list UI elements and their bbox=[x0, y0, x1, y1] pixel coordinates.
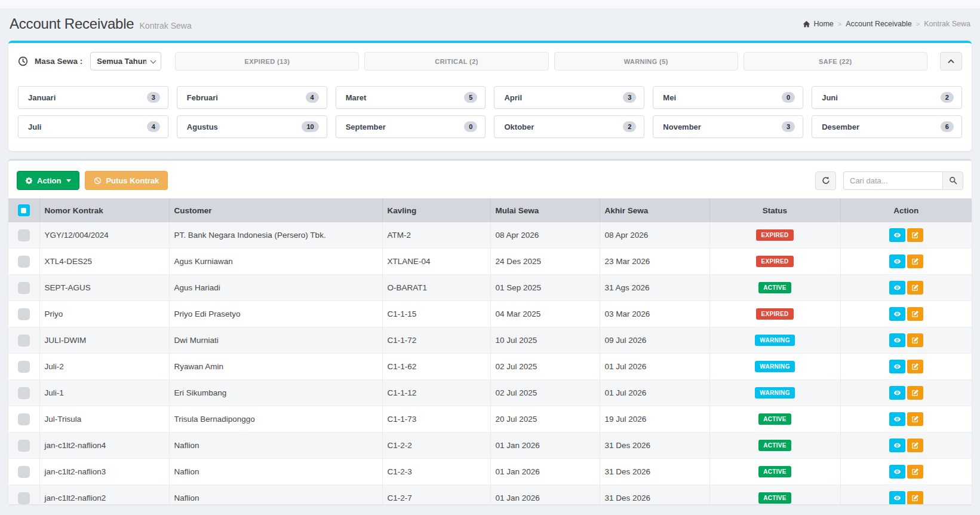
edit-button[interactable] bbox=[907, 307, 923, 321]
edit-button[interactable] bbox=[907, 439, 923, 452]
status-badge: EXPIRED bbox=[756, 229, 793, 241]
row-checkbox[interactable] bbox=[18, 229, 30, 241]
view-button[interactable] bbox=[889, 255, 905, 268]
table-row: jan-c1lt2-naflion4 Naflion C1-2-2 01 Jan… bbox=[8, 433, 972, 459]
page-header: Account Receivable Kontrak Sewa Home > A… bbox=[0, 8, 980, 41]
table-toolbar: Action Putus Kontrak bbox=[8, 161, 972, 195]
cell-customer: Eri Sikumbang bbox=[169, 380, 382, 406]
edit-button[interactable] bbox=[907, 255, 923, 268]
putus-kontrak-button[interactable]: Putus Kontrak bbox=[85, 171, 168, 190]
edit-button[interactable] bbox=[907, 465, 923, 479]
month-card[interactable]: September 0 bbox=[336, 115, 486, 138]
row-checkbox[interactable] bbox=[18, 361, 30, 373]
row-checkbox[interactable] bbox=[18, 282, 30, 294]
breadcrumb-separator: > bbox=[916, 20, 920, 27]
view-button[interactable] bbox=[889, 439, 905, 452]
table-row: jan-c1lt2-naflion2 Naflion C1-2-7 01 Jan… bbox=[8, 485, 972, 505]
column-header-mulai-sewa: Mulai Sewa bbox=[490, 198, 600, 222]
view-button[interactable] bbox=[889, 228, 905, 242]
row-checkbox[interactable] bbox=[18, 256, 30, 268]
row-checkbox[interactable] bbox=[18, 466, 30, 478]
row-checkbox[interactable] bbox=[18, 413, 30, 425]
view-button[interactable] bbox=[889, 412, 905, 426]
edit-button[interactable] bbox=[907, 386, 923, 400]
month-card[interactable]: Juni 2 bbox=[812, 86, 962, 109]
status-badge: ACTIVE bbox=[758, 413, 791, 425]
status-badge: EXPIRED bbox=[756, 308, 793, 320]
month-card[interactable]: Maret 5 bbox=[336, 86, 486, 109]
breadcrumb-account-receivable[interactable]: Account Receivable bbox=[846, 20, 911, 28]
view-button[interactable] bbox=[889, 307, 905, 321]
edit-button[interactable] bbox=[907, 412, 923, 426]
edit-icon bbox=[911, 284, 919, 292]
view-button[interactable] bbox=[889, 386, 905, 400]
month-card[interactable]: Februari 4 bbox=[177, 86, 327, 109]
cell-mulai-sewa: 04 Mar 2025 bbox=[490, 301, 600, 327]
table-row: SEPT-AGUS Agus Hariadi O-BARAT1 01 Sep 2… bbox=[8, 275, 972, 301]
edit-button[interactable] bbox=[907, 491, 923, 504]
month-card[interactable]: November 3 bbox=[653, 115, 803, 138]
eye-icon bbox=[893, 336, 901, 344]
row-actions bbox=[889, 439, 923, 452]
page-root: Account Receivable Kontrak Sewa Home > A… bbox=[0, 0, 980, 504]
filter-button-critical[interactable]: CRITICAL (2) bbox=[364, 52, 548, 70]
month-card[interactable]: Agustus 10 bbox=[177, 115, 327, 138]
cell-akhir-sewa: 23 Mar 2026 bbox=[600, 249, 709, 275]
select-all-checkbox[interactable] bbox=[18, 204, 30, 216]
cell-kavling: C1-1-72 bbox=[382, 327, 490, 354]
cell-nomor-kontrak: Priyo bbox=[39, 301, 169, 327]
breadcrumb: Home > Account Receivable > Kontrak Sewa bbox=[803, 20, 970, 28]
view-button[interactable] bbox=[889, 465, 905, 479]
view-button[interactable] bbox=[889, 281, 905, 295]
month-label: April bbox=[504, 93, 522, 102]
month-card[interactable]: April 3 bbox=[494, 86, 644, 109]
month-label: Desember bbox=[822, 122, 859, 131]
filter-card: Masa Sewa : Semua Tahun EXPIRED (13) CRI… bbox=[8, 41, 972, 151]
row-checkbox[interactable] bbox=[18, 308, 30, 320]
refresh-button[interactable] bbox=[815, 171, 836, 190]
cell-mulai-sewa: 01 Jan 2026 bbox=[490, 433, 600, 459]
row-actions bbox=[889, 307, 923, 321]
eye-icon bbox=[893, 284, 901, 292]
edit-button[interactable] bbox=[907, 360, 923, 373]
action-dropdown-button[interactable]: Action bbox=[17, 171, 79, 190]
filter-button-warning[interactable]: WARNING (5) bbox=[554, 52, 738, 70]
month-count-badge: 3 bbox=[147, 92, 160, 103]
collapse-button[interactable] bbox=[940, 52, 962, 70]
month-card[interactable]: Mei 0 bbox=[653, 86, 803, 109]
search-button[interactable] bbox=[942, 171, 963, 190]
chevron-up-icon bbox=[947, 57, 955, 65]
status-badge: ACTIVE bbox=[758, 282, 791, 293]
view-button[interactable] bbox=[889, 491, 905, 504]
masa-sewa-label: Masa Sewa : bbox=[35, 57, 82, 66]
cell-kavling: C1-2-2 bbox=[382, 433, 490, 459]
month-card[interactable]: Oktober 2 bbox=[494, 115, 644, 138]
view-button[interactable] bbox=[889, 333, 905, 347]
cell-akhir-sewa: 31 Ags 2026 bbox=[600, 275, 709, 301]
edit-icon bbox=[911, 442, 919, 449]
cell-kavling: ATM-2 bbox=[382, 222, 490, 249]
row-checkbox[interactable] bbox=[18, 440, 30, 452]
row-checkbox[interactable] bbox=[18, 387, 30, 399]
edit-button[interactable] bbox=[907, 333, 923, 347]
filter-button-expired[interactable]: EXPIRED (13) bbox=[175, 52, 359, 70]
edit-button[interactable] bbox=[907, 281, 923, 295]
search-input[interactable] bbox=[843, 171, 942, 190]
row-checkbox[interactable] bbox=[18, 335, 30, 347]
month-card[interactable]: Desember 6 bbox=[812, 115, 962, 138]
month-card[interactable]: Juli 4 bbox=[18, 115, 168, 138]
edit-button[interactable] bbox=[907, 228, 923, 242]
month-label: Agustus bbox=[187, 122, 218, 131]
breadcrumb-home[interactable]: Home bbox=[803, 20, 833, 28]
column-header-customer: Customer bbox=[169, 198, 382, 222]
cell-customer: Dwi Murniati bbox=[169, 327, 382, 354]
table-row: XTL4-DES25 Agus Kurniawan XTLANE-04 24 D… bbox=[8, 249, 972, 275]
edit-icon bbox=[911, 310, 919, 318]
filter-button-safe[interactable]: SAFE (22) bbox=[744, 52, 927, 70]
year-select[interactable]: Semua Tahun bbox=[90, 52, 161, 70]
row-checkbox[interactable] bbox=[18, 492, 30, 504]
table-body: YGY/12/004/2024 PT. Bank Negara Indonesi… bbox=[8, 222, 972, 504]
view-button[interactable] bbox=[889, 360, 905, 373]
month-card[interactable]: Januari 3 bbox=[18, 86, 168, 109]
status-badge: ACTIVE bbox=[758, 466, 791, 477]
